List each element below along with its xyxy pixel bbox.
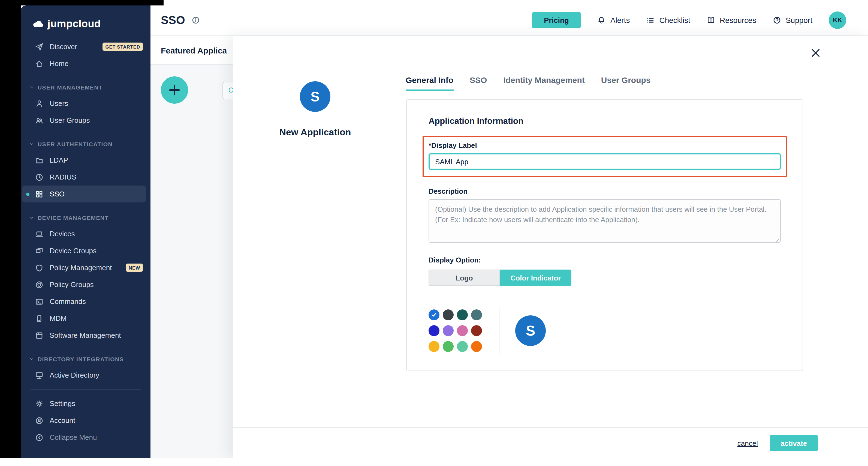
application-avatar: S <box>300 81 331 112</box>
display-label-input[interactable] <box>429 153 781 170</box>
sidebar-item-software-management[interactable]: Software Management <box>21 327 151 344</box>
sidebar-item-users[interactable]: Users <box>21 95 151 112</box>
sidebar-item-label: Software Management <box>50 331 121 340</box>
chevron-down-icon <box>29 141 34 147</box>
plus-icon <box>167 83 182 97</box>
sidebar-item-label: Commands <box>50 297 86 305</box>
color-indicator-preview: S <box>515 315 546 346</box>
sidebar-item-label: SSO <box>50 190 65 198</box>
section-user-management[interactable]: USER MANAGEMENT <box>21 80 151 95</box>
sidebar-item-discover[interactable]: Discover GET STARTED <box>21 38 151 55</box>
account-icon <box>35 416 43 425</box>
sidebar-item-collapse-menu[interactable]: Collapse Menu <box>21 429 151 446</box>
collapse-arrow-icon <box>35 433 43 442</box>
check-icon <box>431 312 437 318</box>
checklist-label: Checklist <box>659 16 690 25</box>
sidebar-item-label: Settings <box>50 400 75 408</box>
activate-button[interactable]: activate <box>770 435 818 451</box>
color-swatch[interactable] <box>429 325 439 336</box>
application-name: New Application <box>234 127 397 138</box>
sidebar-item-active-directory[interactable]: Active Directory <box>21 367 151 384</box>
get-started-badge: GET STARTED <box>103 42 143 51</box>
logo-text: jumpcloud <box>48 18 101 30</box>
info-icon[interactable] <box>192 16 200 25</box>
book-icon <box>707 16 715 25</box>
featured-applications-title: Featured Applica <box>161 46 227 55</box>
support-label: Support <box>786 16 812 25</box>
color-swatch[interactable] <box>443 325 454 336</box>
pricing-button[interactable]: Pricing <box>532 12 581 28</box>
tab-general-info[interactable]: General Info <box>406 75 453 91</box>
sidebar-item-policy-management[interactable]: Policy Management NEW <box>21 259 151 276</box>
sidebar-item-ldap[interactable]: LDAP <box>21 152 151 169</box>
package-icon <box>35 331 43 340</box>
screen: jumpcloud Discover GET STARTED Home U <box>0 0 868 466</box>
sidebar-item-label: LDAP <box>50 156 68 164</box>
support-button[interactable]: Support <box>773 16 812 25</box>
cancel-link[interactable]: cancel <box>737 439 758 447</box>
sidebar-item-label: Collapse Menu <box>50 433 97 441</box>
phone-icon <box>35 314 43 323</box>
tab-identity-management[interactable]: Identity Management <box>503 75 585 91</box>
section-directory-integrations[interactable]: DIRECTORY INTEGRATIONS <box>21 351 151 367</box>
color-swatch-grid <box>429 310 482 352</box>
clock-icon <box>35 173 43 181</box>
resources-button[interactable]: Resources <box>707 16 756 25</box>
sidebar-item-device-groups[interactable]: Device Groups <box>21 242 151 259</box>
terminal-icon <box>35 297 43 306</box>
shield-icon <box>35 263 43 272</box>
directory-icon <box>35 371 43 380</box>
laptop-icon <box>35 229 43 238</box>
color-swatch[interactable] <box>471 325 482 336</box>
chevron-down-icon <box>29 215 34 221</box>
sidebar-item-policy-groups[interactable]: Policy Groups <box>21 276 151 293</box>
alerts-label: Alerts <box>610 16 630 25</box>
user-avatar[interactable]: KK <box>829 11 846 29</box>
close-icon[interactable] <box>809 47 822 59</box>
sidebar-item-commands[interactable]: Commands <box>21 293 151 310</box>
tab-user-groups[interactable]: User Groups <box>601 75 651 91</box>
color-swatch[interactable] <box>471 341 482 352</box>
color-swatch[interactable] <box>429 341 439 352</box>
logo-toggle-button[interactable]: Logo <box>429 269 500 286</box>
alerts-button[interactable]: Alerts <box>597 16 630 25</box>
section-title-label: DIRECTORY INTEGRATIONS <box>38 356 124 362</box>
color-indicator-toggle-button[interactable]: Color Indicator <box>500 269 571 286</box>
sidebar-item-mdm[interactable]: MDM <box>21 310 151 327</box>
display-option-label: Display Option: <box>429 256 781 264</box>
color-swatch-selected[interactable] <box>429 310 439 320</box>
sidebar-item-radius[interactable]: RADIUS <box>21 169 151 185</box>
section-title-label: DEVICE MANAGEMENT <box>38 214 109 221</box>
color-swatch[interactable] <box>471 310 482 320</box>
sidebar-item-user-groups[interactable]: User Groups <box>21 112 151 129</box>
jumpcloud-logo[interactable]: jumpcloud <box>21 5 151 38</box>
sidebar-item-settings[interactable]: Settings <box>21 395 151 412</box>
new-application-modal: S New Application General Info SSO Ident… <box>234 36 868 458</box>
color-swatch[interactable] <box>457 310 468 320</box>
application-summary: S New Application <box>234 36 397 138</box>
sidebar-item-label: Users <box>50 99 68 108</box>
display-label: *Display Label <box>429 141 781 149</box>
color-swatch[interactable] <box>457 325 468 336</box>
section-device-management[interactable]: DEVICE MANAGEMENT <box>21 210 151 225</box>
device-groups-icon <box>35 246 43 255</box>
checklist-button[interactable]: Checklist <box>646 16 690 25</box>
sidebar-item-label: Discover <box>50 42 77 51</box>
tab-sso[interactable]: SSO <box>470 75 487 91</box>
color-swatch[interactable] <box>457 341 468 352</box>
sidebar-item-label: Device Groups <box>50 246 96 255</box>
main-area: SSO Pricing Alerts <box>151 5 868 458</box>
description-textarea[interactable] <box>429 199 781 243</box>
sidebar-item-devices[interactable]: Devices <box>21 225 151 242</box>
color-swatch[interactable] <box>443 341 454 352</box>
color-swatch[interactable] <box>443 310 454 320</box>
sidebar-item-sso[interactable]: SSO <box>22 185 146 202</box>
section-title-label: USER AUTHENTICATION <box>38 141 113 147</box>
grid-icon <box>35 190 43 198</box>
add-application-button[interactable] <box>161 77 188 104</box>
sidebar-item-account[interactable]: Account <box>21 412 151 429</box>
screen-edge-left <box>0 0 21 458</box>
application-information-card: Application Information *Display Label D… <box>406 99 803 371</box>
sidebar-item-home[interactable]: Home <box>21 55 151 72</box>
section-user-authentication[interactable]: USER AUTHENTICATION <box>21 137 151 152</box>
